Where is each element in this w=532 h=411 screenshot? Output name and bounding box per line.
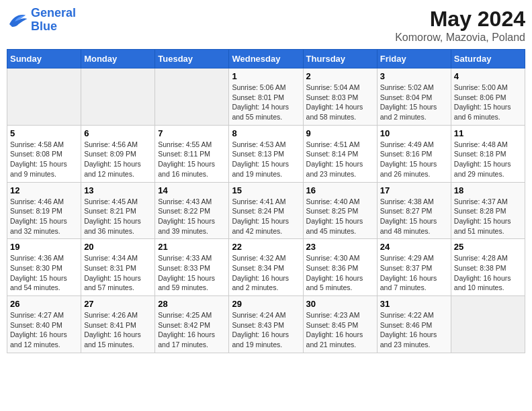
- day-number: 30: [306, 299, 374, 309]
- calendar-cell: 26Sunrise: 4:27 AMSunset: 8:40 PMDayligh…: [7, 296, 81, 353]
- day-info: Sunrise: 4:24 AMSunset: 8:43 PMDaylight:…: [232, 310, 300, 350]
- day-number: 10: [380, 128, 448, 138]
- day-number: 21: [158, 242, 226, 252]
- day-info: Sunrise: 4:36 AMSunset: 8:30 PMDaylight:…: [10, 253, 78, 293]
- calendar-cell: [451, 296, 525, 353]
- calendar-table: SundayMondayTuesdayWednesdayThursdayFrid…: [7, 49, 525, 353]
- logo-line1: General: [31, 6, 76, 19]
- day-info: Sunrise: 4:49 AMSunset: 8:16 PMDaylight:…: [380, 140, 448, 179]
- column-header-sunday: Sunday: [7, 50, 81, 68]
- day-info: Sunrise: 4:34 AMSunset: 8:31 PMDaylight:…: [84, 253, 152, 293]
- day-info: Sunrise: 5:04 AMSunset: 8:03 PMDaylight:…: [306, 83, 374, 122]
- day-info: Sunrise: 4:38 AMSunset: 8:27 PMDaylight:…: [380, 197, 448, 236]
- day-number: 25: [454, 242, 522, 252]
- column-header-wednesday: Wednesday: [229, 50, 303, 68]
- calendar-cell: 12Sunrise: 4:46 AMSunset: 8:19 PMDayligh…: [7, 182, 81, 239]
- week-row-1: 1Sunrise: 5:06 AMSunset: 8:01 PMDaylight…: [7, 68, 525, 126]
- calendar-cell: 7Sunrise: 4:55 AMSunset: 8:11 PMDaylight…: [155, 125, 229, 182]
- calendar-cell: 20Sunrise: 4:34 AMSunset: 8:31 PMDayligh…: [81, 239, 155, 296]
- day-info: Sunrise: 4:51 AMSunset: 8:14 PMDaylight:…: [306, 140, 374, 179]
- day-info: Sunrise: 4:29 AMSunset: 8:37 PMDaylight:…: [380, 253, 448, 293]
- day-info: Sunrise: 5:06 AMSunset: 8:01 PMDaylight:…: [232, 83, 300, 122]
- day-info: Sunrise: 4:55 AMSunset: 8:11 PMDaylight:…: [158, 140, 226, 179]
- day-number: 26: [10, 299, 78, 309]
- day-info: Sunrise: 4:46 AMSunset: 8:19 PMDaylight:…: [10, 197, 78, 236]
- calendar-cell: 3Sunrise: 5:02 AMSunset: 8:04 PMDaylight…: [377, 68, 451, 126]
- day-number: 31: [380, 299, 448, 309]
- day-info: Sunrise: 4:53 AMSunset: 8:13 PMDaylight:…: [232, 140, 300, 179]
- day-info: Sunrise: 4:32 AMSunset: 8:34 PMDaylight:…: [232, 253, 300, 293]
- day-info: Sunrise: 4:23 AMSunset: 8:45 PMDaylight:…: [306, 310, 374, 350]
- calendar-cell: 11Sunrise: 4:48 AMSunset: 8:18 PMDayligh…: [451, 125, 525, 182]
- day-info: Sunrise: 4:28 AMSunset: 8:38 PMDaylight:…: [454, 253, 522, 293]
- day-number: 2: [306, 71, 374, 81]
- calendar-cell: 24Sunrise: 4:29 AMSunset: 8:37 PMDayligh…: [377, 239, 451, 296]
- calendar-cell: 25Sunrise: 4:28 AMSunset: 8:38 PMDayligh…: [451, 239, 525, 296]
- day-number: 9: [306, 128, 374, 138]
- day-number: 20: [84, 242, 152, 252]
- day-number: 5: [10, 128, 78, 138]
- calendar-cell: 18Sunrise: 4:37 AMSunset: 8:28 PMDayligh…: [451, 182, 525, 239]
- column-header-tuesday: Tuesday: [155, 50, 229, 68]
- column-header-friday: Friday: [377, 50, 451, 68]
- calendar-cell: 13Sunrise: 4:45 AMSunset: 8:21 PMDayligh…: [81, 182, 155, 239]
- calendar-cell: 6Sunrise: 4:56 AMSunset: 8:09 PMDaylight…: [81, 125, 155, 182]
- day-number: 23: [306, 242, 374, 252]
- day-number: 19: [10, 242, 78, 252]
- day-number: 24: [380, 242, 448, 252]
- day-number: 11: [454, 128, 522, 138]
- calendar-header-row: SundayMondayTuesdayWednesdayThursdayFrid…: [7, 50, 525, 68]
- calendar-cell: [81, 68, 155, 126]
- week-row-3: 12Sunrise: 4:46 AMSunset: 8:19 PMDayligh…: [7, 182, 525, 239]
- day-number: 22: [232, 242, 300, 252]
- page-header: General Blue May 2024 Komorow, Mazovia, …: [7, 7, 525, 44]
- day-number: 15: [232, 185, 300, 195]
- day-info: Sunrise: 4:25 AMSunset: 8:42 PMDaylight:…: [158, 310, 226, 350]
- logo-text: General Blue: [31, 7, 76, 34]
- calendar-cell: 16Sunrise: 4:40 AMSunset: 8:25 PMDayligh…: [303, 182, 377, 239]
- calendar-cell: 17Sunrise: 4:38 AMSunset: 8:27 PMDayligh…: [377, 182, 451, 239]
- day-info: Sunrise: 4:58 AMSunset: 8:08 PMDaylight:…: [10, 140, 78, 179]
- day-number: 18: [454, 185, 522, 195]
- calendar-cell: 27Sunrise: 4:26 AMSunset: 8:41 PMDayligh…: [81, 296, 155, 353]
- calendar-cell: 22Sunrise: 4:32 AMSunset: 8:34 PMDayligh…: [229, 239, 303, 296]
- day-number: 1: [232, 71, 300, 81]
- calendar-cell: 29Sunrise: 4:24 AMSunset: 8:43 PMDayligh…: [229, 296, 303, 353]
- calendar-cell: 2Sunrise: 5:04 AMSunset: 8:03 PMDaylight…: [303, 68, 377, 126]
- calendar-cell: 21Sunrise: 4:33 AMSunset: 8:33 PMDayligh…: [155, 239, 229, 296]
- calendar-cell: 14Sunrise: 4:43 AMSunset: 8:22 PMDayligh…: [155, 182, 229, 239]
- calendar-cell: 23Sunrise: 4:30 AMSunset: 8:36 PMDayligh…: [303, 239, 377, 296]
- column-header-monday: Monday: [81, 50, 155, 68]
- day-number: 8: [232, 128, 300, 138]
- logo-line2: Blue: [31, 20, 76, 34]
- day-number: 17: [380, 185, 448, 195]
- calendar-cell: 4Sunrise: 5:00 AMSunset: 8:06 PMDaylight…: [451, 68, 525, 126]
- day-number: 12: [10, 185, 78, 195]
- day-info: Sunrise: 4:48 AMSunset: 8:18 PMDaylight:…: [454, 140, 522, 179]
- calendar-subtitle: Komorow, Mazovia, Poland: [395, 32, 525, 44]
- day-info: Sunrise: 5:00 AMSunset: 8:06 PMDaylight:…: [454, 83, 522, 122]
- calendar-cell: 30Sunrise: 4:23 AMSunset: 8:45 PMDayligh…: [303, 296, 377, 353]
- day-info: Sunrise: 4:22 AMSunset: 8:46 PMDaylight:…: [380, 310, 448, 350]
- day-number: 29: [232, 299, 300, 309]
- calendar-body: 1Sunrise: 5:06 AMSunset: 8:01 PMDaylight…: [7, 68, 525, 353]
- calendar-title: May 2024: [395, 7, 525, 32]
- calendar-cell: [155, 68, 229, 126]
- week-row-2: 5Sunrise: 4:58 AMSunset: 8:08 PMDaylight…: [7, 125, 525, 182]
- title-block: May 2024 Komorow, Mazovia, Poland: [395, 7, 525, 44]
- day-info: Sunrise: 5:02 AMSunset: 8:04 PMDaylight:…: [380, 83, 448, 122]
- calendar-cell: 10Sunrise: 4:49 AMSunset: 8:16 PMDayligh…: [377, 125, 451, 182]
- day-number: 3: [380, 71, 448, 81]
- day-info: Sunrise: 4:43 AMSunset: 8:22 PMDaylight:…: [158, 197, 226, 236]
- calendar-cell: 28Sunrise: 4:25 AMSunset: 8:42 PMDayligh…: [155, 296, 229, 353]
- day-info: Sunrise: 4:27 AMSunset: 8:40 PMDaylight:…: [10, 310, 78, 350]
- calendar-cell: [7, 68, 81, 126]
- day-number: 4: [454, 71, 522, 81]
- day-number: 6: [84, 128, 152, 138]
- day-number: 7: [158, 128, 226, 138]
- day-info: Sunrise: 4:45 AMSunset: 8:21 PMDaylight:…: [84, 197, 152, 236]
- calendar-cell: 8Sunrise: 4:53 AMSunset: 8:13 PMDaylight…: [229, 125, 303, 182]
- calendar-cell: 9Sunrise: 4:51 AMSunset: 8:14 PMDaylight…: [303, 125, 377, 182]
- day-number: 16: [306, 185, 374, 195]
- day-info: Sunrise: 4:56 AMSunset: 8:09 PMDaylight:…: [84, 140, 152, 179]
